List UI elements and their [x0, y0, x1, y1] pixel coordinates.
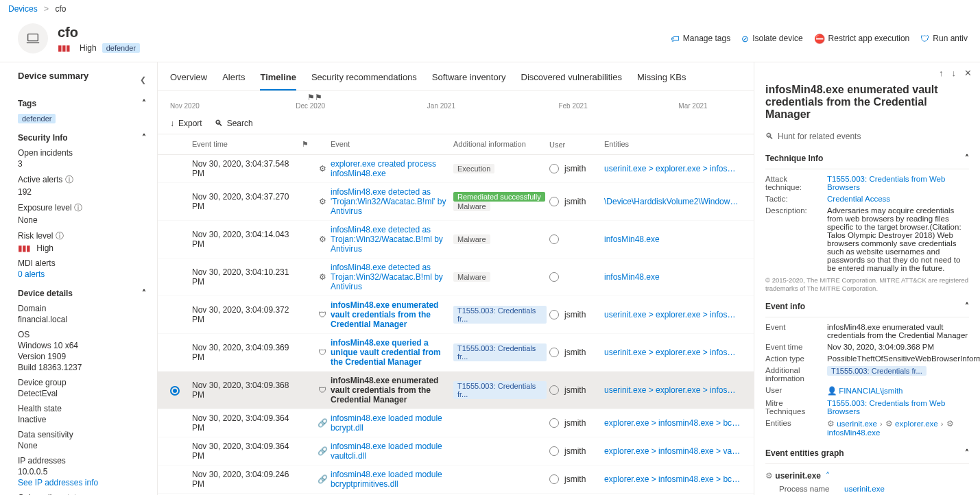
- entity-link[interactable]: explorer.exe: [895, 420, 938, 428]
- flag-icon[interactable]: ⚑: [302, 140, 314, 149]
- header-action[interactable]: 🛡Run antiv: [920, 34, 968, 44]
- row-user[interactable]: jsmith: [549, 418, 604, 428]
- panel-down-icon[interactable]: ↓: [952, 68, 957, 78]
- table-row[interactable]: Nov 30, 2020, 3:04:37.270 PM ⚙ infosMin4…: [158, 183, 754, 221]
- col-additional-info[interactable]: Additional information: [453, 140, 549, 149]
- row-user[interactable]: jsmith: [549, 197, 604, 206]
- row-user[interactable]: jsmith: [549, 348, 604, 357]
- property-link[interactable]: userinit.exe: [844, 485, 885, 493]
- tags-section-header[interactable]: Tags ˄: [18, 99, 146, 108]
- row-entities[interactable]: explorer.exe > infosmin48.exe > vaultcli…: [604, 446, 741, 456]
- mitre-techniques-link[interactable]: T1555.003: Credentials from Web Browsers: [827, 399, 945, 415]
- event-tag[interactable]: Malware: [453, 272, 490, 282]
- row-entities[interactable]: infosMin48.exe: [604, 272, 741, 282]
- entity-link[interactable]: infosMin48.exe: [827, 428, 880, 437]
- event-info-header[interactable]: Event info˄: [765, 293, 969, 317]
- device-summary-panel: Device summary ❮ Tags ˄ defender Securit…: [0, 62, 158, 495]
- collapse-panel-icon[interactable]: ❮: [140, 75, 146, 84]
- mdi-alerts-link[interactable]: 0 alerts: [18, 269, 45, 279]
- event-tag[interactable]: Malware: [453, 202, 490, 211]
- col-entities[interactable]: Entities: [604, 140, 741, 149]
- tab-timeline[interactable]: Timeline: [260, 68, 296, 90]
- row-user[interactable]: jsmith: [549, 164, 604, 173]
- attack-technique-link[interactable]: T1555.003: Credentials from Web Browsers: [827, 175, 945, 191]
- event-entities-graph-header[interactable]: Event entities graph˄: [765, 440, 969, 464]
- row-entities[interactable]: \Device\HarddiskVolume2\Windows\explorer: [604, 197, 741, 206]
- row-entities[interactable]: infosMin48.exe: [604, 234, 741, 244]
- col-event[interactable]: Event: [331, 140, 453, 149]
- tab-discovered-vulnerabilities[interactable]: Discovered vulnerabilities: [521, 68, 622, 90]
- additional-info-tag[interactable]: T1555.003: Credentials fr...: [827, 366, 927, 376]
- event-text[interactable]: infosMin48.exe detected as Trojan:Win32/…: [331, 263, 443, 291]
- event-text[interactable]: explorer.exe created process infosMin48.…: [331, 159, 436, 178]
- panel-close-icon[interactable]: ✕: [964, 68, 972, 78]
- col-event-time[interactable]: Event time: [192, 140, 302, 149]
- tag-chip[interactable]: defender: [18, 114, 56, 123]
- ip-addresses-link[interactable]: See IP addresses info: [18, 478, 98, 487]
- header-action[interactable]: ⛔Restrict app execution: [814, 34, 910, 44]
- entity-tree-node[interactable]: ⚙ userinit.exe ˄: [765, 470, 969, 482]
- table-row[interactable]: Nov 30, 2020, 3:04:09.364 PM 🔗 infosmin4…: [158, 409, 754, 437]
- event-text[interactable]: infosmin48.exe loaded module vaultcli.dl…: [331, 442, 442, 461]
- row-user[interactable]: [549, 234, 604, 244]
- row-user[interactable]: jsmith: [549, 385, 604, 395]
- event-tag[interactable]: T1555.003: Credentials fr...: [453, 381, 547, 399]
- table-row[interactable]: Nov 30, 2020, 3:04:14.043 PM ⚙ infosMin4…: [158, 221, 754, 258]
- table-row[interactable]: Nov 30, 2020, 3:04:09.364 PM 🔗 infosmin4…: [158, 437, 754, 466]
- event-text[interactable]: infosMin48.exe detected as 'Trojan:Win32…: [331, 187, 446, 216]
- chevron-up-icon[interactable]: ˄: [826, 471, 830, 481]
- row-entities[interactable]: userinit.exe > explorer.exe > infosMin48…: [604, 385, 741, 395]
- row-entities[interactable]: userinit.exe > explorer.exe > infosMin48…: [604, 348, 741, 357]
- row-user[interactable]: jsmith: [549, 446, 604, 456]
- row-user[interactable]: jsmith: [549, 474, 604, 484]
- event-text[interactable]: infosmin48.exe loaded module bcryptprimi…: [331, 470, 442, 489]
- row-entities[interactable]: userinit.exe > explorer.exe > infosMin48…: [604, 164, 741, 173]
- laptop-icon: [18, 23, 48, 53]
- shield-icon: 🛡: [314, 310, 331, 319]
- tactic-link[interactable]: Credential Access: [827, 195, 890, 203]
- security-info-header[interactable]: Security Info ˄: [18, 133, 146, 143]
- breadcrumb-root[interactable]: Devices: [8, 4, 38, 14]
- event-text[interactable]: infosMin48.exe detected as Trojan:Win32/…: [331, 225, 443, 254]
- event-tag[interactable]: Execution: [453, 164, 494, 173]
- device-details-header[interactable]: Device details ˄: [18, 289, 146, 298]
- event-text[interactable]: infosmin48.exe loaded module bcrypt.dll: [331, 413, 442, 433]
- row-user[interactable]: jsmith: [549, 310, 604, 319]
- table-row[interactable]: Nov 30, 2020, 3:04:37.548 PM ⚙ explorer.…: [158, 155, 754, 183]
- header-action[interactable]: ⊘Isolate device: [741, 34, 802, 44]
- info-icon[interactable]: ⓘ: [65, 175, 73, 184]
- row-entities[interactable]: userinit.exe > explorer.exe > infosMin48…: [604, 310, 741, 319]
- tab-overview[interactable]: Overview: [170, 68, 207, 90]
- event-tag[interactable]: Malware: [453, 234, 490, 244]
- tab-software-inventory[interactable]: Software inventory: [432, 68, 506, 90]
- user-link[interactable]: FINANCIAL\jsmith: [839, 387, 903, 395]
- table-row[interactable]: Nov 30, 2020, 3:04:09.369 PM 🛡 infosMin4…: [158, 334, 754, 372]
- tab-security-recommendations[interactable]: Security recommendations: [311, 68, 417, 90]
- device-tag[interactable]: defender: [102, 43, 140, 53]
- tab-missing-kbs[interactable]: Missing KBs: [637, 68, 686, 90]
- event-tag[interactable]: T1555.003: Credentials fr...: [453, 343, 547, 361]
- table-row[interactable]: Nov 30, 2020, 3:04:09.372 PM 🛡 infosMin4…: [158, 296, 754, 334]
- table-row[interactable]: Nov 30, 2020, 3:04:09.368 PM 🛡 infosMin4…: [158, 372, 754, 409]
- tab-alerts[interactable]: Alerts: [222, 68, 245, 90]
- header-action[interactable]: 🏷Manage tags: [671, 34, 730, 44]
- table-row[interactable]: Nov 30, 2020, 3:04:09.246 PM 🔗 infosmin4…: [158, 466, 754, 494]
- row-entities[interactable]: explorer.exe > infosmin48.exe > bcrypt.d…: [604, 418, 741, 428]
- search-button[interactable]: 🔍︎Search: [215, 119, 253, 128]
- panel-up-icon[interactable]: ↑: [939, 68, 944, 78]
- export-button[interactable]: ↓Export: [170, 119, 202, 128]
- entity-link[interactable]: userinit.exe: [837, 420, 877, 428]
- event-text[interactable]: infosMin48.exe enumerated vault credenti…: [331, 300, 438, 329]
- col-user[interactable]: User: [549, 140, 604, 149]
- timeline-ruler[interactable]: ⚑⚑ Nov 2020 Dec 2020 Jan 2021 Feb 2021 M…: [170, 94, 741, 113]
- event-text[interactable]: infosMin48.exe queried a unique vault cr…: [331, 338, 441, 367]
- row-entities[interactable]: explorer.exe > infosmin48.exe > bcryptpr…: [604, 474, 741, 484]
- technique-info-header[interactable]: Technique Info˄: [765, 145, 969, 169]
- event-tag[interactable]: T1555.003: Credentials fr...: [453, 306, 547, 324]
- table-row[interactable]: Nov 30, 2020, 3:04:10.231 PM ⚙ infosMin4…: [158, 258, 754, 296]
- hunt-related-events[interactable]: 🔍︎Hunt for related events: [754, 128, 980, 145]
- info-icon[interactable]: ⓘ: [74, 203, 82, 213]
- info-icon[interactable]: ⓘ: [56, 231, 64, 241]
- row-user[interactable]: [549, 272, 604, 282]
- event-tag[interactable]: Remediated successfully: [453, 192, 545, 202]
